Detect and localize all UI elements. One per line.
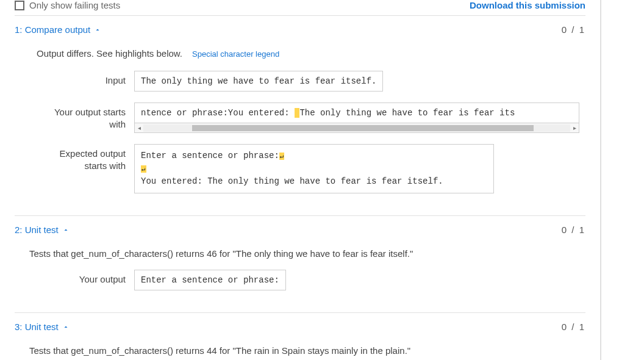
input-label: Input — [37, 71, 134, 87]
special-char-legend-link[interactable]: Special character legend — [192, 49, 279, 59]
io-grid: Input The only thing we have to fear is … — [37, 71, 585, 193]
toolbar: Only show failing tests Download this su… — [15, 0, 585, 15]
test-score: 0 / 1 — [562, 225, 585, 235]
test-header-2[interactable]: 2: Unit test 0 / 1 — [15, 225, 585, 235]
test-header-3[interactable]: 3: Unit test 0 / 1 — [15, 322, 585, 332]
your-output-value-box: ntence or phrase:You entered: The only t… — [134, 103, 579, 123]
page-root: Only show failing tests Download this su… — [0, 0, 644, 360]
your-output-scroll-wrap: ntence or phrase:You entered: The only t… — [134, 103, 579, 133]
test-description: Tests that get_num_of_characters() retur… — [29, 345, 585, 356]
chevron-up-icon — [62, 323, 70, 331]
test-title-row: 2: Unit test — [15, 225, 70, 235]
test-score: 0 / 1 — [562, 24, 585, 35]
your-output-starts-label: Your output starts with — [37, 103, 134, 131]
download-submission-link[interactable]: Download this submission — [470, 0, 585, 10]
filter-label: Only show failing tests — [29, 0, 120, 10]
your-output-value-box: Enter a sentence or phrase: — [134, 270, 286, 290]
your-output-row: Your output Enter a sentence or phrase: — [37, 270, 585, 290]
your-output-prefix: ntence or phrase:You entered: — [141, 108, 295, 118]
chevron-up-icon — [94, 26, 101, 34]
expected-line1: Enter a sentence or phrase: — [141, 151, 279, 160]
diff-note-row: Output differs. See highlights below. Sp… — [37, 48, 585, 59]
expected-output-value-box: Enter a sentence or phrase:↵↵You entered… — [134, 144, 494, 193]
expected-line3: You entered: The only thing we have to f… — [141, 176, 443, 186]
scroll-right-arrow-icon[interactable]: ▸ — [570, 124, 579, 132]
test-header-1[interactable]: 1: Compare output 0 / 1 — [15, 24, 585, 35]
test-score: 0 / 1 — [562, 322, 585, 332]
test-title: 3: Unit test — [15, 322, 59, 332]
your-output-label: Your output — [37, 270, 134, 286]
your-output-starts-row: Your output starts with ntence or phrase… — [37, 103, 585, 133]
test-description: Tests that get_num_of_characters() retur… — [29, 248, 585, 259]
scroll-thumb[interactable] — [192, 125, 534, 131]
content-panel: Only show failing tests Download this su… — [0, 0, 601, 360]
expected-output-starts-row: Expected output starts with Enter a sent… — [37, 144, 585, 193]
filter-failing-checkbox[interactable]: Only show failing tests — [15, 0, 120, 10]
horizontal-scrollbar[interactable]: ◂ ▸ — [134, 123, 579, 133]
test-section-1: 1: Compare output 0 / 1 Output differs. … — [15, 15, 585, 215]
io-grid-small: Your output Enter a sentence or phrase: — [37, 270, 585, 290]
input-row: Input The only thing we have to fear is … — [37, 71, 585, 92]
newline-icon: ↵ — [141, 165, 146, 173]
scroll-left-arrow-icon[interactable]: ◂ — [135, 124, 143, 132]
scroll-track[interactable] — [143, 124, 570, 132]
chevron-up-icon — [62, 226, 70, 234]
expected-output-starts-label: Expected output starts with — [37, 144, 134, 173]
input-value-box: The only thing we have to fear is fear i… — [134, 71, 383, 92]
test-section-3: 3: Unit test 0 / 1 Tests that get_num_of… — [15, 312, 585, 360]
newline-icon: ↵ — [279, 153, 285, 160]
test-title-row: 3: Unit test — [15, 322, 70, 332]
your-output-rest: The only thing we have to fear is fear i… — [299, 108, 515, 118]
test-title: 2: Unit test — [15, 225, 59, 235]
diff-note-text: Output differs. See highlights below. — [37, 48, 182, 59]
test-title-row: 1: Compare output — [15, 24, 101, 35]
test-title: 1: Compare output — [15, 24, 90, 35]
test-section-2: 2: Unit test 0 / 1 Tests that get_num_of… — [15, 215, 585, 312]
checkbox-icon — [15, 1, 24, 10]
